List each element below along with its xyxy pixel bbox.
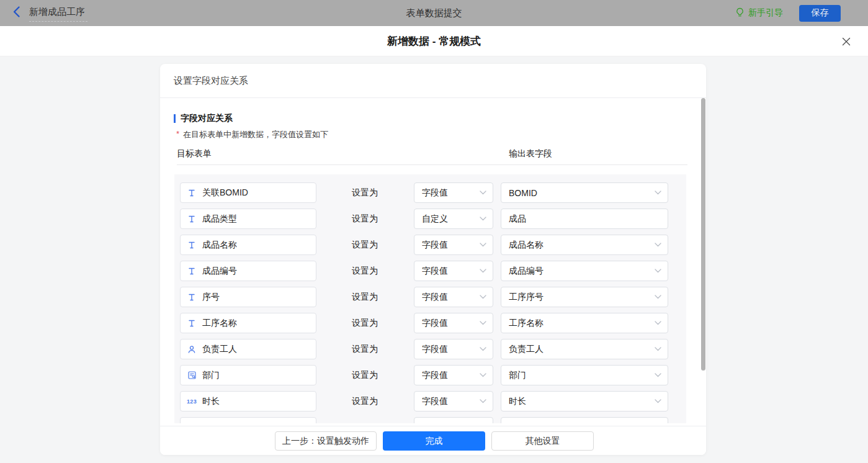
text-field-icon	[187, 241, 197, 249]
value-mode-select[interactable]: 字段值	[414, 182, 493, 203]
target-field-box[interactable]: 成品编号	[180, 261, 316, 281]
modal-header: 新增数据 - 常规模式	[0, 26, 868, 56]
field-mapping-row: 成品类型 设置为 自定义 成品	[174, 209, 686, 229]
set-as-label: 设置为	[352, 365, 378, 385]
save-button[interactable]: 保存	[799, 5, 841, 22]
field-mapping-row: 关联BOMID 设置为 字段值 BOMID	[174, 182, 686, 203]
set-as-label: 设置为	[352, 209, 378, 229]
back-button[interactable]	[12, 7, 21, 19]
output-field-selected: 成品编号	[509, 266, 651, 277]
column-header-divider	[177, 164, 687, 165]
beginner-guide-label: 新手引导	[748, 7, 783, 19]
text-field-icon	[187, 319, 197, 328]
chevron-left-icon	[12, 6, 20, 20]
target-field-box[interactable]: 部门	[180, 365, 316, 385]
chevron-down-icon	[655, 191, 661, 195]
target-field-box[interactable]: 成品名称	[180, 235, 316, 255]
vertical-scrollbar-thumb[interactable]	[701, 98, 705, 371]
field-mapping-row	[174, 417, 686, 423]
value-mode-select[interactable]	[414, 417, 493, 423]
field-mapping-row: 工序名称 设置为 字段值 工序名称	[174, 313, 686, 333]
done-button[interactable]: 完成	[383, 431, 485, 451]
target-field-box[interactable]: 工序名称	[180, 313, 316, 333]
output-field-select[interactable]: 成品名称	[501, 235, 668, 255]
value-mode-select[interactable]: 字段值	[414, 287, 493, 307]
chevron-down-icon	[655, 295, 661, 299]
page-title: 表单数据提交	[406, 7, 462, 19]
target-field-label: 成品名称	[202, 240, 237, 251]
other-settings-button[interactable]: 其他设置	[491, 431, 594, 451]
target-field-box[interactable]: 负责工人	[180, 339, 316, 359]
chevron-down-icon	[480, 191, 486, 195]
output-field-select[interactable]	[501, 417, 668, 423]
number-icon: 123	[187, 398, 197, 405]
value-mode-selected: 字段值	[422, 396, 476, 407]
field-mapping-rows: 关联BOMID 设置为 字段值 BOMID 成品类型 设置为 自定义	[174, 174, 686, 423]
chevron-down-icon	[480, 243, 486, 247]
target-field-box[interactable]: 序号	[180, 287, 316, 307]
output-field-select[interactable]: 部门	[501, 365, 668, 385]
text-field-icon	[187, 293, 197, 302]
target-field-label: 成品编号	[202, 266, 237, 277]
target-field-label: 成品类型	[202, 214, 237, 225]
chevron-down-icon	[480, 373, 486, 377]
target-field-box[interactable]: 成品类型	[180, 209, 316, 229]
value-mode-select[interactable]: 字段值	[414, 365, 493, 385]
output-field-select[interactable]: 成品	[501, 209, 668, 229]
value-mode-selected: 自定义	[422, 214, 476, 225]
value-mode-selected: 字段值	[422, 292, 476, 303]
set-as-label: 设置为	[352, 391, 378, 411]
set-as-label: 设置为	[352, 339, 378, 359]
value-mode-select[interactable]: 字段值	[414, 313, 493, 333]
previous-step-button[interactable]: 上一步：设置触发动作	[275, 431, 377, 451]
value-mode-selected: 字段值	[422, 318, 476, 329]
close-icon[interactable]	[841, 36, 852, 47]
output-field-select[interactable]: 工序名称	[501, 313, 668, 333]
value-mode-select[interactable]: 字段值	[414, 261, 493, 281]
section-accent-bar	[174, 114, 176, 123]
column-header-output-field: 输出表字段	[509, 148, 552, 160]
target-field-label: 部门	[202, 370, 220, 381]
document-title[interactable]: 新增成品工序	[29, 5, 87, 22]
target-field-box[interactable]: 关联BOMID	[180, 182, 316, 203]
chevron-down-icon	[480, 217, 486, 221]
topbar: 新增成品工序 表单数据提交 新手引导 保存	[0, 0, 868, 26]
target-field-box[interactable]: 123 时长	[180, 391, 316, 411]
output-field-selected: 部门	[509, 370, 651, 381]
value-mode-select[interactable]: 字段值	[414, 339, 493, 359]
output-field-select[interactable]: 工序序号	[501, 287, 668, 307]
chevron-down-icon	[480, 269, 486, 273]
output-field-selected: 工序序号	[509, 292, 651, 303]
target-field-box[interactable]	[180, 417, 316, 423]
output-field-select[interactable]: 负责工人	[501, 339, 668, 359]
value-mode-select[interactable]: 自定义	[414, 209, 493, 229]
value-mode-selected: 字段值	[422, 370, 476, 381]
required-note: * 在目标表单中新增数据，字段值设置如下	[176, 129, 328, 140]
output-field-select[interactable]: BOMID	[501, 182, 668, 203]
target-field-label: 负责工人	[202, 344, 237, 355]
user-icon	[187, 345, 197, 354]
modal-content: 设置字段对应关系 字段对应关系 * 在目标表单中新增数据，字段值设置如下 目标表…	[0, 56, 868, 463]
set-as-label: 设置为	[352, 261, 378, 281]
card-header: 设置字段对应关系	[160, 64, 706, 98]
chevron-down-icon	[480, 321, 486, 325]
chevron-down-icon	[655, 321, 661, 325]
target-field-label: 序号	[202, 292, 220, 303]
value-mode-selected: 字段值	[422, 240, 476, 251]
text-field-icon	[187, 189, 197, 197]
field-mapping-card: 设置字段对应关系 字段对应关系 * 在目标表单中新增数据，字段值设置如下 目标表…	[160, 64, 706, 455]
output-field-select[interactable]: 成品编号	[501, 261, 668, 281]
output-field-select[interactable]: 时长	[501, 391, 668, 411]
output-field-selected: 成品	[509, 214, 661, 225]
set-as-label: 设置为	[352, 235, 378, 255]
beginner-guide-link[interactable]: 新手引导	[735, 7, 783, 19]
chevron-down-icon	[655, 373, 661, 377]
section-title-label: 字段对应关系	[181, 113, 233, 124]
value-mode-select[interactable]: 字段值	[414, 391, 493, 411]
value-mode-select[interactable]: 字段值	[414, 235, 493, 255]
set-as-label: 设置为	[352, 287, 378, 307]
chevron-down-icon	[655, 399, 661, 403]
field-mapping-row: 部门 设置为 字段值 部门	[174, 365, 686, 385]
department-icon	[187, 371, 197, 380]
output-field-selected: 工序名称	[509, 318, 651, 329]
